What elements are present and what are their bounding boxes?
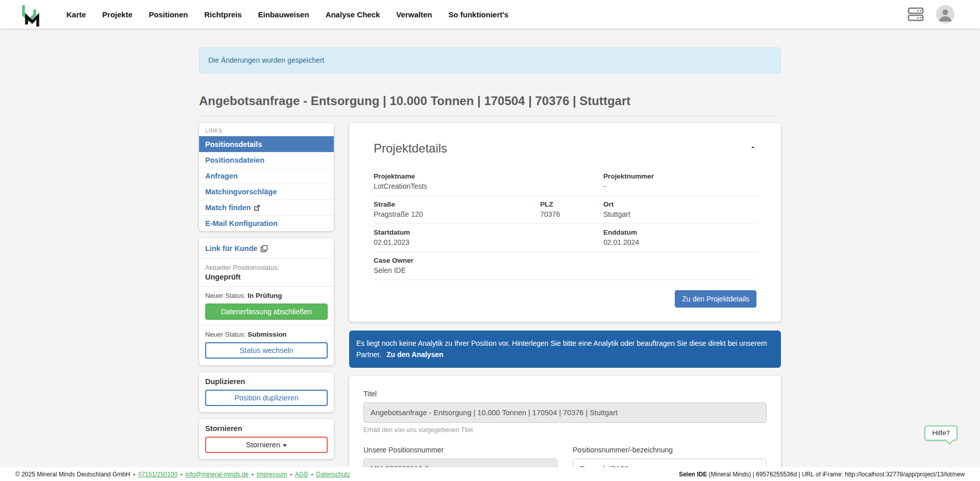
chevron-down-icon	[283, 444, 287, 447]
titel-label: Titel	[363, 390, 377, 398]
page-title: Angebotsanfrage - Entsorgung | 10.000 To…	[199, 94, 781, 116]
current-status-label: Aktueller Positionsstatus:	[205, 264, 328, 271]
person-icon	[936, 5, 954, 23]
copy-icon	[260, 245, 268, 252]
current-status-value: Ungeprüft	[205, 273, 328, 281]
saved-alert: Die Änderungen wurden gespeichert	[199, 47, 781, 73]
help-button[interactable]: Hilfe?	[924, 425, 958, 441]
field-value: -	[603, 182, 756, 190]
footer-separator	[181, 471, 183, 478]
finish-data-entry-button[interactable]: Datenerfassung abschließen	[205, 303, 328, 320]
project-details-title: Projektdetails	[374, 141, 447, 156]
field-ort: Ort Stuttgart	[603, 200, 756, 218]
sidebar-item-positionsdetails[interactable]: Positionsdetails	[199, 136, 334, 152]
field-label: Enddatum	[603, 229, 756, 236]
footer-link-agb[interactable]: AGB	[295, 471, 308, 478]
go-to-analyses-link[interactable]: Zu den Analysen	[386, 350, 444, 359]
footer-separator	[252, 471, 254, 478]
field-label: Case Owner	[374, 257, 540, 264]
go-to-project-details-button[interactable]: Zu den Projektdetails	[675, 290, 756, 308]
duplicate-position-button[interactable]: Position duplizieren	[205, 390, 328, 406]
field-value: 02.01.2024	[603, 238, 756, 246]
sidebar-item-email-konfiguration[interactable]: E-Mail Konfiguration	[199, 215, 334, 231]
mineral-minds-logo-icon[interactable]	[20, 4, 42, 27]
new-status-line-2: Neuer Status: Submission	[205, 331, 328, 338]
footer-separator	[311, 471, 313, 478]
field-label: PLZ	[540, 200, 603, 208]
status-card: Link für Kunde Aktueller Positionsstatus…	[199, 238, 334, 365]
top-navigation-bar: Karte Projekte Positionen Richtpreis Ein…	[0, 0, 980, 29]
sidebar-item-label: Positionsdetails	[205, 140, 262, 148]
footer-left: © 2025 Mineral Minds Deutschland GmbH 07…	[15, 471, 350, 478]
customer-link[interactable]: Link für Kunde	[205, 244, 268, 252]
collapse-icon[interactable]: -	[749, 141, 756, 153]
field-startdatum: Startdatum 02.01.2023	[374, 229, 540, 246]
field-label: Straße	[374, 200, 540, 208]
divider	[199, 258, 334, 259]
cancel-dropdown-button[interactable]: Stornieren	[205, 437, 328, 453]
footer-link-datenschutz[interactable]: Datenschutz	[316, 471, 350, 478]
new-status-line-1: Neuer Status: In Prüfung	[205, 292, 328, 299]
cancel-title: Stornieren	[205, 424, 328, 433]
cancel-card: Stornieren Stornieren	[199, 419, 334, 459]
field-plz: PLZ 70376	[540, 200, 603, 218]
footer: © 2025 Mineral Minds Deutschland GmbH 07…	[0, 467, 980, 481]
nav-item-so-funktionierts[interactable]: So funktioniert's	[448, 10, 508, 19]
field-value: 70376	[540, 210, 603, 218]
titel-input	[363, 402, 767, 423]
main-nav: Karte Projekte Positionen Richtpreis Ein…	[66, 10, 508, 19]
field-projektname: Projektname LotCreationTests	[374, 172, 540, 190]
sidebar-item-label: Matchingvorschläge	[205, 188, 277, 196]
footer-link-email[interactable]: info@mineral-minds.de	[185, 471, 249, 478]
sidebar: LINKS Positionsdetails Positionsdateien …	[199, 123, 334, 466]
nav-item-analyse-check[interactable]: Analyse Check	[326, 10, 380, 19]
nav-item-karte[interactable]: Karte	[66, 10, 86, 19]
footer-separator	[133, 471, 135, 478]
server-icon[interactable]	[908, 7, 924, 22]
footer-link-phone[interactable]: 07151/250100	[138, 471, 178, 478]
project-fields: Projektname LotCreationTests Projektnumm…	[374, 168, 756, 280]
footer-link-impressum[interactable]: Impressum	[257, 471, 287, 478]
field-case-owner: Case Owner Selen IDE	[374, 257, 540, 274]
footer-session-info: Selen IDE (Mineral Minds) | 69576255536d…	[679, 471, 965, 478]
our-position-number-label: Unsere Positionsnummer	[363, 446, 444, 454]
customer-link-label: Link für Kunde	[205, 244, 257, 252]
nav-item-verwalten[interactable]: Verwalten	[396, 10, 432, 19]
saved-alert-text: Die Änderungen wurden gespeichert	[208, 56, 324, 64]
nav-item-positionen[interactable]: Positionen	[149, 10, 188, 19]
sidebar-item-label: Positionsdateien	[205, 156, 264, 164]
external-link-icon	[254, 205, 260, 211]
sidebar-item-match-finden[interactable]: Match finden	[199, 199, 334, 215]
footer-separator	[290, 471, 292, 478]
new-status-value: In Prüfung	[248, 292, 282, 299]
cancel-dropdown-label: Stornieren	[246, 441, 280, 449]
topbar-right	[908, 5, 954, 23]
new-status-label: Neuer Status:	[205, 292, 248, 299]
sidebar-item-positionsdateien[interactable]: Positionsdateien	[199, 152, 334, 168]
duplicate-card: Duplizieren Position duplizieren	[199, 372, 334, 412]
divider	[199, 286, 334, 287]
duplicate-title: Duplizieren	[205, 377, 328, 386]
field-label: Startdatum	[374, 229, 540, 236]
field-label: Projektnummer	[603, 172, 756, 180]
field-label: Projektname	[374, 172, 540, 180]
field-value: Stuttgart	[603, 210, 756, 218]
nav-item-einbauweisen[interactable]: Einbauweisen	[258, 10, 309, 19]
field-enddatum: Enddatum 02.01.2024	[603, 229, 756, 246]
footer-session-details: (Mineral Minds) | 69576255536d | URL of …	[707, 471, 965, 478]
project-field-row: Startdatum 02.01.2023 Enddatum 02.01.202…	[374, 224, 756, 252]
user-avatar[interactable]	[936, 5, 954, 23]
nav-item-projekte[interactable]: Projekte	[102, 10, 132, 19]
field-label: Ort	[603, 200, 756, 208]
sidebar-links-card: LINKS Positionsdetails Positionsdateien …	[199, 123, 334, 231]
sidebar-item-matchingvorschlaege[interactable]: Matchingvorschläge	[199, 184, 334, 199]
project-details-card: Projektdetails - Projektname LotCreation…	[349, 123, 781, 322]
main-content: Projektdetails - Projektname LotCreation…	[349, 123, 781, 481]
nav-item-richtpreis[interactable]: Richtpreis	[204, 10, 241, 19]
new-status-label: Neuer Status:	[205, 331, 248, 338]
switch-status-button[interactable]: Status wechseln	[205, 342, 328, 359]
sidebar-item-anfragen[interactable]: Anfragen	[199, 168, 334, 184]
field-value: Pragstraße 120	[374, 210, 540, 218]
project-field-row: Case Owner Selen IDE	[374, 252, 756, 280]
field-value: Selen IDE	[374, 266, 540, 274]
